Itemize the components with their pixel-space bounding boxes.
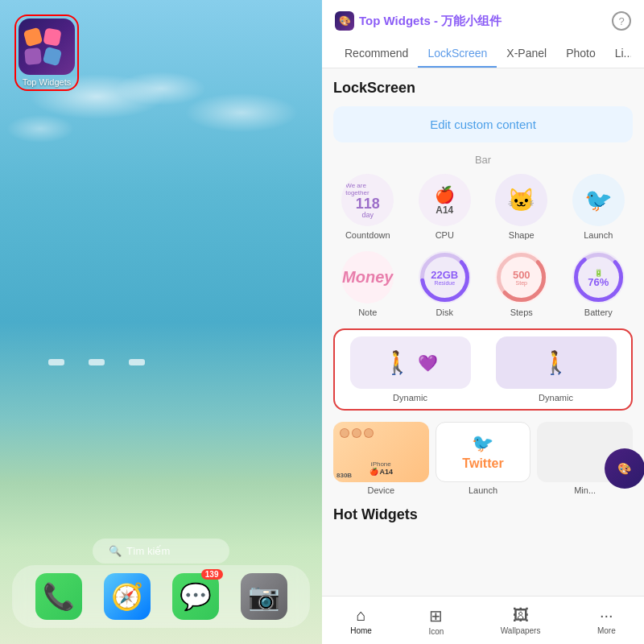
widget-cpu[interactable]: 🍎 A14 CPU <box>411 174 480 240</box>
dynamic-widget-1[interactable]: 🚶 💜 Dynamic <box>341 336 479 402</box>
nav-more[interactable]: ··· More <box>588 603 625 639</box>
content-area: LockScreen Edit custom content Bar We ar… <box>322 68 644 596</box>
apple-icon: 🍎 <box>435 185 455 204</box>
nav-home[interactable]: ⌂ Home <box>341 603 382 639</box>
countdown-label: Countdown <box>345 230 390 240</box>
dynamic-label-2: Dynamic <box>539 393 573 402</box>
widget-launch[interactable]: 🐦 Launch <box>564 174 634 240</box>
widget-shape[interactable]: 🐱 Shape <box>487 174 556 240</box>
tab-lockscreen[interactable]: LockScreen <box>418 40 497 68</box>
dock-safari[interactable]: 🧭 <box>104 573 151 620</box>
icon-label: Icon <box>428 627 444 636</box>
nav-icon[interactable]: ⊞ Icon <box>419 603 453 639</box>
mini-circle-2 <box>352 428 361 438</box>
more-icon: ··· <box>600 606 613 625</box>
apple-sm: 🍎 <box>369 468 378 476</box>
launch-preview-item[interactable]: 🐦 Twitter Launch <box>436 422 531 495</box>
dock-camera[interactable]: 📷 <box>241 573 287 620</box>
countdown-circle: We are together 118 day <box>341 174 394 226</box>
bottom-nav: ⌂ Home ⊞ Icon 🖼 Wallpapers ··· More <box>322 596 644 644</box>
battery-label: Battery <box>584 308 613 317</box>
home-icon: ⌂ <box>357 606 366 625</box>
dynamic-card-2: 🚶 <box>496 336 617 389</box>
bar-label: Bar <box>333 154 633 166</box>
header-title-row: 🎨 Top Widgets - 万能小组件 ? <box>335 11 631 31</box>
device-model-info: iPhone 🍎A14 <box>340 460 423 476</box>
dynamic-widget-section: 🚶 💜 Dynamic 🚶 Dynamic <box>333 328 633 411</box>
disk-residue: Residue <box>431 280 458 286</box>
shape-pink <box>43 27 61 46</box>
cpu-text: A14 <box>436 204 453 216</box>
wallpapers-label: Wallpapers <box>501 626 541 635</box>
tab-recommend[interactable]: Recommend <box>335 40 418 68</box>
help-button[interactable]: ? <box>612 11 631 31</box>
dock-messages[interactable]: 💬 139 <box>172 573 219 620</box>
dynamic-figure-1: 🚶 <box>383 349 411 376</box>
header-app-icon: 🎨 <box>335 11 354 31</box>
dock: 📞 🧭 💬 139 📷 <box>12 565 310 628</box>
tab-photo[interactable]: Photo <box>556 40 605 68</box>
iphone-label: iPhone <box>371 460 391 468</box>
wallpapers-icon: 🖼 <box>513 606 529 625</box>
dynamic-label-1: Dynamic <box>393 393 427 402</box>
overlay-icon: 🎨 <box>617 462 631 475</box>
disk-gb: 22GB <box>431 270 458 280</box>
money-text: Money <box>342 268 393 287</box>
edit-custom-content-button[interactable]: Edit custom content <box>333 106 633 142</box>
left-panel: Top Widgets 🔍 Tìm kiếm 📞 🧭 💬 139 📷 <box>0 0 322 644</box>
right-panel: 🎨 Top Widgets - 万能小组件 ? Recommend LockSc… <box>322 0 644 644</box>
dynamic-card-1: 🚶 💜 <box>350 336 471 389</box>
launch-circle: 🐦 <box>572 174 625 226</box>
device-preview-item[interactable]: iPhone 🍎A14 830B Device <box>333 422 429 495</box>
shape-circle: 🐱 <box>495 174 547 226</box>
boat-2 <box>89 359 105 365</box>
search-bar[interactable]: 🔍 Tìm kiếm <box>93 539 229 564</box>
app-icon-graphic <box>19 19 75 75</box>
device-preview-card: iPhone 🍎A14 830B <box>333 422 429 482</box>
twitter-preview-card: 🐦 Twitter <box>436 422 531 482</box>
widget-battery[interactable]: 🔋 76% Battery <box>564 251 634 317</box>
mini-circle-1 <box>340 428 349 438</box>
app-icon-shapes <box>19 23 75 71</box>
grid-icon: ⊞ <box>429 606 443 625</box>
widget-disk[interactable]: 22GB Residue Disk <box>411 251 480 317</box>
widget-steps[interactable]: 500 Step Steps <box>487 251 556 317</box>
money-circle: Money <box>341 251 394 303</box>
phone-icon: 📞 <box>43 581 75 612</box>
steps-sub: Step <box>513 280 530 286</box>
steps-inner: 500 Step <box>513 270 530 286</box>
nav-wallpapers[interactable]: 🖼 Wallpapers <box>491 603 551 639</box>
twitter-text: Twitter <box>462 456 503 471</box>
search-text: Tìm kiếm <box>126 545 170 557</box>
question-mark: ? <box>618 15 624 27</box>
nav-tabs: Recommend LockScreen X-Panel Photo Li... <box>335 40 631 68</box>
battery-pct: 76% <box>588 276 609 287</box>
messages-icon: 💬 <box>180 581 212 612</box>
safari-icon: 🧭 <box>111 581 143 612</box>
app-icon-overlay: 🎨 <box>605 448 644 489</box>
dock-phone[interactable]: 📞 <box>35 573 82 620</box>
boat-3 <box>129 359 145 365</box>
search-icon: 🔍 <box>109 545 122 557</box>
tab-li[interactable]: Li... <box>605 40 631 68</box>
dynamic-figure-2: 🚶 <box>542 349 570 376</box>
widget-note[interactable]: Money Note <box>333 251 402 317</box>
widget-countdown[interactable]: We are together 118 day Countdown <box>333 174 402 240</box>
storage-label: 830B <box>336 472 352 479</box>
dynamic-heart: 💜 <box>418 353 438 373</box>
preview-row: iPhone 🍎A14 830B Device 🐦 Twitter Launch <box>333 422 633 495</box>
disk-inner: 22GB Residue <box>431 270 458 286</box>
device-preview-icons <box>340 428 423 438</box>
dynamic-widget-2[interactable]: 🚶 Dynamic <box>487 336 625 402</box>
device-model-text: 🍎A14 <box>369 468 394 476</box>
shape-purple <box>24 47 42 65</box>
top-widgets-app-icon[interactable]: Top Widgets <box>14 14 79 91</box>
app-icon-label: Top Widgets <box>23 77 72 87</box>
battery-inner: 🔋 76% <box>588 268 609 287</box>
steps-label: Steps <box>510 308 533 317</box>
cpu-label: CPU <box>436 230 454 240</box>
widget-row-2: Money Note 22GB Residue Disk <box>333 251 633 317</box>
tab-xpanel[interactable]: X-Panel <box>497 40 556 68</box>
min-preview-item[interactable]: Min... 🎨 <box>537 422 633 495</box>
hot-widgets-title: Hot Widgets <box>333 506 633 523</box>
